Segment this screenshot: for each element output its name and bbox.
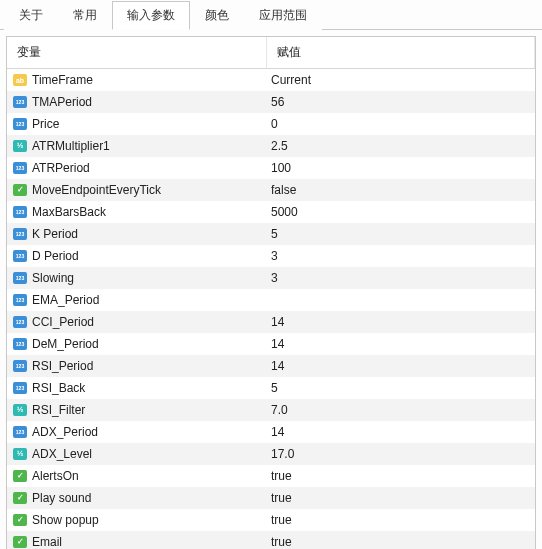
parameter-value: 7.0 xyxy=(271,403,288,417)
parameter-value: false xyxy=(271,183,296,197)
tab-scope[interactable]: 应用范围 xyxy=(244,1,322,30)
parameter-row[interactable]: ADX_Period14 xyxy=(7,421,535,443)
type-icon xyxy=(13,360,27,372)
parameter-row[interactable]: Slowing3 xyxy=(7,267,535,289)
parameter-value-cell[interactable]: 14 xyxy=(267,425,535,439)
parameter-value: 14 xyxy=(271,425,284,439)
parameter-value-cell[interactable]: 14 xyxy=(267,337,535,351)
tab-label: 输入参数 xyxy=(127,8,175,22)
type-icon xyxy=(13,162,27,174)
parameter-name: ATRMultiplier1 xyxy=(32,139,110,153)
parameter-value-cell[interactable]: 56 xyxy=(267,95,535,109)
column-header-variable[interactable]: 变量 xyxy=(7,37,267,68)
parameter-row[interactable]: Emailtrue xyxy=(7,531,535,549)
parameter-name-cell: MoveEndpointEveryTick xyxy=(7,183,267,197)
parameter-row[interactable]: TMAPeriod56 xyxy=(7,91,535,113)
parameter-name: MoveEndpointEveryTick xyxy=(32,183,161,197)
type-icon xyxy=(13,74,27,86)
parameter-name-cell: RSI_Filter xyxy=(7,403,267,417)
parameter-name: Slowing xyxy=(32,271,74,285)
parameter-name-cell: ATRPeriod xyxy=(7,161,267,175)
parameter-name: RSI_Period xyxy=(32,359,93,373)
parameter-value: 14 xyxy=(271,315,284,329)
parameter-row[interactable]: Price0 xyxy=(7,113,535,135)
tab-common[interactable]: 常用 xyxy=(58,1,112,30)
parameter-value-cell[interactable]: 5 xyxy=(267,381,535,395)
parameter-row[interactable]: K Period5 xyxy=(7,223,535,245)
parameter-name-cell: Slowing xyxy=(7,271,267,285)
parameter-row[interactable]: DeM_Period14 xyxy=(7,333,535,355)
parameter-row[interactable]: MoveEndpointEveryTickfalse xyxy=(7,179,535,201)
parameter-row[interactable]: ADX_Level17.0 xyxy=(7,443,535,465)
parameter-name-cell: K Period xyxy=(7,227,267,241)
type-icon xyxy=(13,536,27,548)
parameter-row[interactable]: D Period3 xyxy=(7,245,535,267)
parameter-row[interactable]: Play soundtrue xyxy=(7,487,535,509)
parameter-value-cell[interactable]: 5000 xyxy=(267,205,535,219)
tab-colors[interactable]: 颜色 xyxy=(190,1,244,30)
parameter-value: 56 xyxy=(271,95,284,109)
parameter-value-cell[interactable]: true xyxy=(267,491,535,505)
type-icon xyxy=(13,404,27,416)
type-icon xyxy=(13,514,27,526)
parameter-name: D Period xyxy=(32,249,79,263)
parameter-row[interactable]: MaxBarsBack5000 xyxy=(7,201,535,223)
parameter-value-cell[interactable]: 3 xyxy=(267,249,535,263)
column-header-label: 变量 xyxy=(17,45,41,59)
type-icon xyxy=(13,118,27,130)
parameter-name: ATRPeriod xyxy=(32,161,90,175)
parameter-row[interactable]: RSI_Period14 xyxy=(7,355,535,377)
parameter-value-cell[interactable]: Current xyxy=(267,73,535,87)
parameter-name-cell: RSI_Period xyxy=(7,359,267,373)
parameter-name-cell: ADX_Level xyxy=(7,447,267,461)
type-icon xyxy=(13,140,27,152)
parameter-value-cell[interactable]: true xyxy=(267,469,535,483)
parameter-value: true xyxy=(271,535,292,549)
tab-inputs[interactable]: 输入参数 xyxy=(112,1,190,30)
parameter-name-cell: ATRMultiplier1 xyxy=(7,139,267,153)
type-icon xyxy=(13,228,27,240)
parameter-value: 5 xyxy=(271,381,278,395)
parameter-row[interactable]: AlertsOntrue xyxy=(7,465,535,487)
parameter-name-cell: Email xyxy=(7,535,267,549)
parameter-value-cell[interactable]: 2.5 xyxy=(267,139,535,153)
parameter-name: RSI_Back xyxy=(32,381,85,395)
parameter-value-cell[interactable]: 7.0 xyxy=(267,403,535,417)
parameter-row[interactable]: EMA_Period xyxy=(7,289,535,311)
type-icon xyxy=(13,294,27,306)
parameter-value-cell[interactable]: 3 xyxy=(267,271,535,285)
parameter-row[interactable]: ATRMultiplier12.5 xyxy=(7,135,535,157)
parameter-row[interactable]: CCI_Period14 xyxy=(7,311,535,333)
parameter-value: 17.0 xyxy=(271,447,294,461)
parameter-row[interactable]: ATRPeriod100 xyxy=(7,157,535,179)
parameter-value-cell[interactable]: 5 xyxy=(267,227,535,241)
parameter-value-cell[interactable]: 100 xyxy=(267,161,535,175)
parameter-value-cell[interactable]: 14 xyxy=(267,315,535,329)
parameter-value-cell[interactable]: 0 xyxy=(267,117,535,131)
type-icon xyxy=(13,250,27,262)
parameter-value-cell[interactable]: 17.0 xyxy=(267,447,535,461)
column-header-value[interactable]: 赋值 xyxy=(267,37,535,68)
type-icon xyxy=(13,426,27,438)
parameter-value: true xyxy=(271,491,292,505)
parameter-value-cell[interactable]: false xyxy=(267,183,535,197)
parameter-name-cell: EMA_Period xyxy=(7,293,267,307)
parameter-name: RSI_Filter xyxy=(32,403,85,417)
tab-about[interactable]: 关于 xyxy=(4,1,58,30)
parameter-row[interactable]: RSI_Back5 xyxy=(7,377,535,399)
parameter-value: 5 xyxy=(271,227,278,241)
parameter-row[interactable]: Show popuptrue xyxy=(7,509,535,531)
parameter-value-cell[interactable]: 14 xyxy=(267,359,535,373)
type-icon xyxy=(13,316,27,328)
parameter-name-cell: RSI_Back xyxy=(7,381,267,395)
parameter-row[interactable]: TimeFrameCurrent xyxy=(7,69,535,91)
parameter-row[interactable]: RSI_Filter7.0 xyxy=(7,399,535,421)
parameters-grid: 变量 赋值 TimeFrameCurrentTMAPeriod56Price0A… xyxy=(6,36,536,549)
column-header-label: 赋值 xyxy=(277,45,301,59)
parameter-name: ADX_Period xyxy=(32,425,98,439)
parameter-value-cell[interactable]: true xyxy=(267,513,535,527)
parameter-value-cell[interactable]: true xyxy=(267,535,535,549)
parameter-name: MaxBarsBack xyxy=(32,205,106,219)
parameter-name: Show popup xyxy=(32,513,99,527)
parameter-name-cell: Play sound xyxy=(7,491,267,505)
